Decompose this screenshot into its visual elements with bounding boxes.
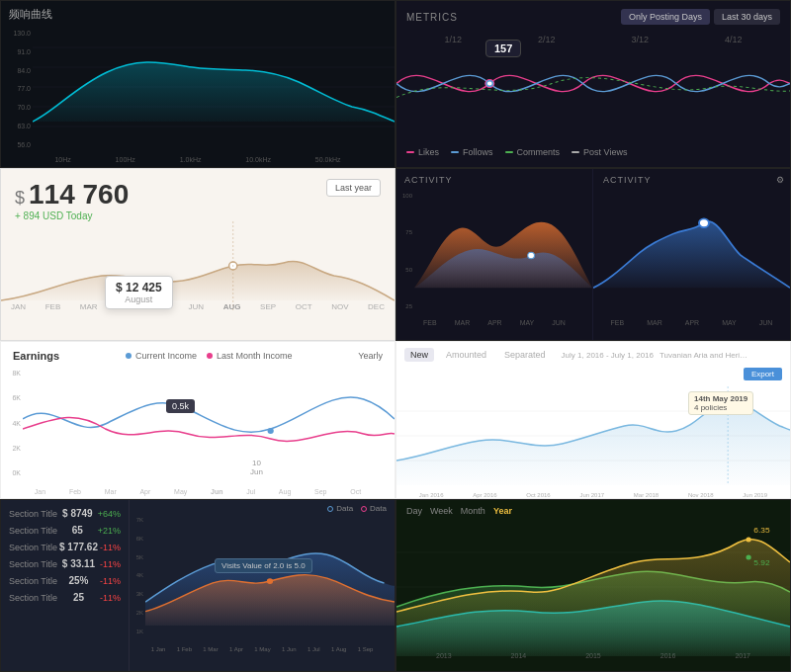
follows-dot — [451, 151, 459, 153]
activity-2-svg — [593, 191, 790, 309]
svg-point-26 — [746, 555, 750, 560]
activity-sub-1: ACTIVITY 100 75 50 25 — [396, 169, 593, 340]
time-tabs: Day Week Month Year — [406, 506, 512, 516]
stats-list: Section Title $ 8749 +64% Section Title … — [1, 500, 130, 671]
tab-year[interactable]: Year — [493, 506, 512, 516]
svg-point-19 — [267, 578, 273, 584]
tab-week[interactable]: Week — [430, 506, 453, 516]
activity-label-1: ACTIVITY — [396, 169, 592, 191]
follows-label: Follows — [463, 147, 493, 157]
likes-dot — [406, 151, 414, 153]
likes-label: Likes — [418, 147, 439, 157]
data-legend-2 — [361, 506, 367, 512]
stat-row-2: Section Title $ 177.62 -11% — [9, 542, 121, 552]
comments-dot — [505, 151, 513, 153]
last-month-label: Last Month Income — [217, 351, 293, 361]
freq-y-label: 130.0 — [13, 30, 31, 37]
stat-row-0: Section Title $ 8749 +64% — [9, 508, 121, 519]
tab-new[interactable]: New — [404, 348, 434, 362]
svg-point-10 — [699, 218, 709, 227]
tab-day[interactable]: Day — [406, 506, 422, 516]
data-legend-1 — [327, 506, 333, 512]
current-income-dot — [126, 353, 132, 359]
earnings-date-tooltip: 10 Jun — [250, 459, 263, 476]
tab-separated[interactable]: Separated — [498, 348, 552, 362]
timeseries-panel: New Amounted Separated July 1, 2016 - Ju… — [396, 341, 791, 499]
stats-panel: Section Title $ 8749 +64% Section Title … — [0, 499, 396, 672]
metrics-panel: METRICS Only Posting Days Last 30 days 1… — [396, 0, 791, 168]
stats-chart-area: Data Data 7K 6K 5K 4K 3K 2K 1K — [130, 500, 395, 671]
metrics-legend: Likes Follows Comments Post Views — [396, 143, 790, 161]
svg-point-24 — [746, 538, 750, 543]
svg-point-9 — [528, 252, 535, 259]
activity-gear-icon[interactable]: ⚙ — [776, 175, 784, 185]
metrics-chart: 157 1/12 2/12 3/12 4/12 — [396, 35, 790, 143]
post-views-label: Post Views — [583, 147, 627, 157]
export-btn[interactable]: Export — [744, 368, 782, 380]
timeseries-tooltip: 14th May 2019 4 policies — [688, 391, 753, 415]
stat-row-1: Section Title 65 +21% — [9, 525, 121, 536]
dropdown-option[interactable]: Tuvanian Aria and Heritage Cabimet — [659, 351, 748, 360]
metrics-tooltip: 157 — [485, 40, 521, 57]
freq-chart — [33, 28, 395, 146]
revenue-panel: $ 114 760 + 894 USD Today Last year $ 12… — [0, 168, 396, 341]
earnings-legend: Current Income Last Month Income — [126, 351, 293, 361]
current-income-label: Current Income — [135, 351, 197, 361]
earnings-title: Earnings — [13, 350, 59, 362]
svg-text:6.35: 6.35 — [753, 526, 770, 535]
frequency-panel: 频响曲线 130.0 91.0 84.0 77.0 70.0 63.0 56.0 — [0, 0, 396, 168]
date-range: July 1, 2016 - July 1, 2016 — [562, 351, 654, 360]
revenue-sub: + 894 USD Today — [15, 210, 129, 221]
year-chart: 6.35 5.92 — [396, 518, 790, 656]
revenue-chart — [1, 221, 395, 310]
stat-row-4: Section Title 25% -11% — [9, 575, 121, 586]
only-posting-days-btn[interactable]: Only Posting Days — [621, 9, 710, 25]
currency-symbol: $ — [15, 188, 25, 209]
stat-row-3: Section Title $ 33.11 -11% — [9, 558, 121, 569]
metrics-label: METRICS — [406, 12, 458, 23]
visits-tooltip: Visits Value of 2.0 is 5.0 — [215, 558, 312, 573]
freq-title: 频响曲线 — [1, 1, 395, 28]
earnings-panel: Earnings Current Income Last Month Incom… — [0, 341, 396, 499]
timeseries-header: New Amounted Separated July 1, 2016 - Ju… — [396, 342, 790, 386]
svg-point-12 — [268, 428, 274, 434]
revenue-amount: 114 760 — [29, 179, 129, 210]
earnings-chart — [23, 370, 395, 468]
last-month-dot — [207, 353, 213, 359]
last-year-btn[interactable]: Last year — [326, 179, 381, 197]
metrics-svg — [396, 46, 790, 121]
tab-amounted[interactable]: Amounted — [440, 348, 492, 362]
svg-text:5.92: 5.92 — [753, 558, 770, 567]
tab-month[interactable]: Month — [461, 506, 485, 516]
activity-label-2: ACTIVITY — [599, 173, 656, 187]
last-30-days-btn[interactable]: Last 30 days — [714, 9, 780, 25]
post-views-dot — [571, 151, 579, 153]
activity-sub-2: ACTIVITY ⚙ FEB MAR APR MAY JUN — [593, 169, 790, 340]
svg-point-6 — [486, 81, 492, 87]
stat-row-5: Section Title 25 -11% — [9, 592, 121, 603]
activity-panel: ACTIVITY 100 75 50 25 — [396, 168, 791, 341]
earnings-yearly-btn[interactable]: Yearly — [358, 351, 383, 361]
comments-label: Comments — [517, 147, 561, 157]
earnings-tooltip: 0.5k — [166, 399, 195, 413]
activity-1-svg — [414, 191, 592, 309]
revenue-tooltip: $ 12 425 August — [105, 276, 173, 309]
stats-right-panel: Day Week Month Year — [396, 499, 791, 672]
